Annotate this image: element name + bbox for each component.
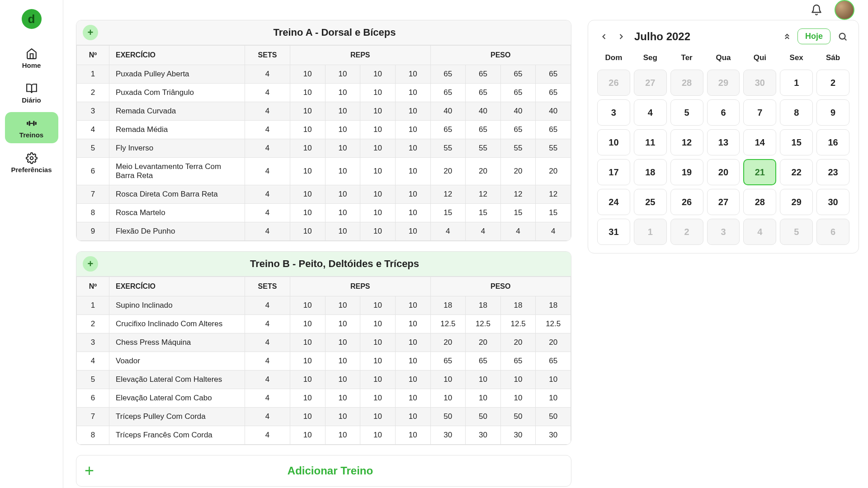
exercise-weight: 18 — [466, 296, 501, 315]
calendar-day[interactable]: 6 — [816, 219, 849, 245]
exercise-sets: 4 — [245, 408, 290, 426]
calendar-day[interactable]: 4 — [634, 99, 667, 126]
calendar-day[interactable]: 18 — [634, 159, 667, 185]
calendar-day[interactable]: 29 — [780, 189, 813, 215]
calendar-day[interactable]: 4 — [743, 219, 776, 245]
plus-icon: + — [85, 463, 94, 479]
table-row[interactable]: 7Tríceps Pulley Com Corda410101010505050… — [77, 408, 571, 426]
notifications-button[interactable] — [807, 1, 826, 19]
calendar-day[interactable]: 3 — [597, 99, 630, 126]
table-row[interactable]: 2Puxada Com Triângulo41010101065656565 — [77, 84, 571, 102]
today-button[interactable]: Hoje — [797, 28, 830, 44]
table-row[interactable]: 5Elevação Lateral Com Halteres4101010101… — [77, 371, 571, 389]
exercise-weight: 20 — [466, 333, 501, 352]
table-row[interactable]: 8Rosca Martelo41010101015151515 — [77, 204, 571, 222]
calendar-day[interactable]: 17 — [597, 159, 630, 185]
workout-header: +Treino B - Peito, Deltóides e Tríceps — [76, 252, 571, 277]
calendar-day[interactable]: 23 — [816, 159, 849, 185]
exercise-name: Tríceps Francês Com Corda — [109, 426, 245, 445]
calendar-day-today[interactable]: 21 — [743, 159, 776, 185]
calendar-day[interactable]: 30 — [816, 189, 849, 215]
exercise-name: Tríceps Pulley Com Corda — [109, 408, 245, 426]
table-row[interactable]: 2Crucifixo Inclinado Com Alteres41010101… — [77, 315, 571, 333]
exercise-number: 6 — [77, 158, 109, 185]
avatar[interactable] — [835, 0, 854, 20]
calendar-day[interactable]: 14 — [743, 129, 776, 155]
calendar-day[interactable]: 26 — [597, 70, 630, 96]
table-row[interactable]: 8Tríceps Francês Com Corda41010101030303… — [77, 426, 571, 445]
calendar-day[interactable]: 7 — [743, 99, 776, 126]
exercise-name: Rosca Direta Com Barra Reta — [109, 185, 245, 204]
calendar-day[interactable]: 13 — [707, 129, 740, 155]
app-logo[interactable]: d — [22, 9, 42, 29]
exercise-rep: 10 — [290, 315, 326, 333]
calendar-day[interactable]: 27 — [707, 189, 740, 215]
calendar-day[interactable]: 22 — [780, 159, 813, 185]
calendar-day[interactable]: 28 — [670, 70, 703, 96]
exercise-weight: 55 — [500, 139, 536, 158]
exercise-sets: 4 — [245, 139, 290, 158]
add-exercise-button[interactable]: + — [83, 256, 98, 272]
calendar-day[interactable]: 25 — [634, 189, 667, 215]
calendar-day[interactable]: 2 — [670, 219, 703, 245]
table-row[interactable]: 3Remada Curvada41010101040404040 — [77, 102, 571, 121]
table-row[interactable]: 3Chess Press Máquina41010101020202020 — [77, 333, 571, 352]
calendar-search-button[interactable] — [836, 30, 849, 43]
calendar-day[interactable]: 1 — [780, 70, 813, 96]
calendar-day[interactable]: 2 — [816, 70, 849, 96]
table-row[interactable]: 1Supino Inclinado41010101018181818 — [77, 296, 571, 315]
sidebar-item-diario[interactable]: Diário — [5, 77, 58, 108]
calendar-day[interactable]: 12 — [670, 129, 703, 155]
calendar-day[interactable]: 30 — [743, 70, 776, 96]
calendar-day[interactable]: 16 — [816, 129, 849, 155]
exercise-weight: 10 — [500, 371, 536, 389]
exercise-name: Crucifixo Inclinado Com Alteres — [109, 315, 245, 333]
table-row[interactable]: 4Voador41010101065656565 — [77, 352, 571, 371]
add-exercise-button[interactable]: + — [83, 25, 98, 40]
table-row[interactable]: 4Remada Média41010101065656565 — [77, 121, 571, 139]
exercise-rep: 10 — [360, 84, 396, 102]
add-workout-button[interactable]: + Adicionar Treino — [76, 455, 571, 487]
calendar-day[interactable]: 11 — [634, 129, 667, 155]
calendar-day[interactable]: 10 — [597, 129, 630, 155]
exercise-rep: 10 — [395, 84, 430, 102]
sidebar-item-treinos[interactable]: Treinos — [5, 112, 58, 143]
table-row[interactable]: 7Rosca Direta Com Barra Reta410101010121… — [77, 185, 571, 204]
prev-month-button[interactable] — [597, 30, 611, 43]
calendar-day[interactable]: 29 — [707, 70, 740, 96]
exercise-rep: 10 — [290, 408, 326, 426]
next-month-button[interactable] — [614, 30, 628, 43]
svg-line-7 — [844, 38, 846, 40]
table-row[interactable]: 6Meio Levantamento Terra Com Barra Reta4… — [77, 158, 571, 185]
calendar-day[interactable]: 3 — [707, 219, 740, 245]
calendar-day[interactable]: 9 — [816, 99, 849, 126]
svg-rect-0 — [27, 122, 28, 125]
exercise-rep: 10 — [290, 222, 326, 241]
calendar-day[interactable]: 31 — [597, 219, 630, 245]
calendar-day[interactable]: 6 — [707, 99, 740, 126]
calendar-day[interactable]: 15 — [780, 129, 813, 155]
calendar-day[interactable]: 20 — [707, 159, 740, 185]
calendar-day[interactable]: 1 — [634, 219, 667, 245]
table-row[interactable]: 6Elevação Lateral Com Cabo41010101010101… — [77, 389, 571, 408]
calendar-day[interactable]: 28 — [743, 189, 776, 215]
table-row[interactable]: 9Flexão De Punho4101010104444 — [77, 222, 571, 241]
table-row[interactable]: 5Fly Inverso41010101055555555 — [77, 139, 571, 158]
calendar-day[interactable]: 24 — [597, 189, 630, 215]
exercise-weight: 18 — [500, 296, 536, 315]
exercise-weight: 12.5 — [430, 315, 466, 333]
exercise-rep: 10 — [395, 315, 430, 333]
sidebar-item-home[interactable]: Home — [5, 42, 58, 74]
calendar-day[interactable]: 5 — [670, 99, 703, 126]
calendar-day[interactable]: 19 — [670, 159, 703, 185]
table-row[interactable]: 1Puxada Pulley Aberta41010101065656565 — [77, 65, 571, 84]
calendar-day[interactable]: 8 — [780, 99, 813, 126]
calendar-dow: Ter — [670, 50, 703, 66]
exercise-name: Rosca Martelo — [109, 204, 245, 222]
collapse-calendar-button[interactable] — [780, 30, 794, 43]
calendar-day[interactable]: 26 — [670, 189, 703, 215]
sidebar-item-preferencias[interactable]: Preferências — [5, 147, 58, 178]
exercise-rep: 10 — [325, 102, 360, 121]
calendar-day[interactable]: 27 — [634, 70, 667, 96]
calendar-day[interactable]: 5 — [780, 219, 813, 245]
